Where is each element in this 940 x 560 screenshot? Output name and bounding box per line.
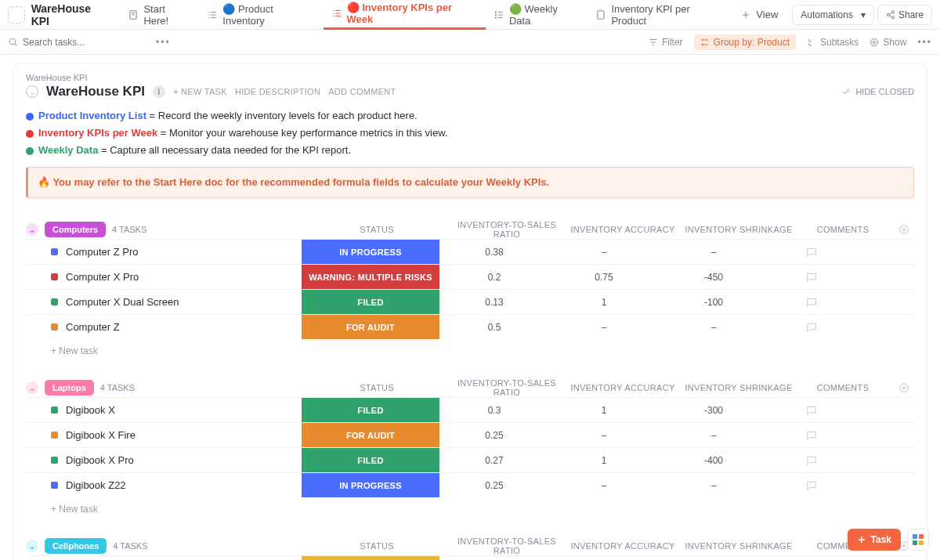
info-icon[interactable]: i: [153, 85, 165, 98]
group-by-button[interactable]: Group by: Product: [694, 34, 796, 50]
tab-1[interactable]: 🔵 Product Inventory: [199, 0, 323, 30]
shrinkage-cell[interactable]: –: [659, 247, 768, 258]
table-row[interactable]: Computer ZFOR AUDIT0.5––: [26, 314, 914, 339]
shrinkage-cell[interactable]: –: [659, 322, 768, 333]
tab-label: Inventory KPI per Product: [611, 3, 725, 27]
add-column-button[interactable]: [892, 382, 916, 393]
status-cell[interactable]: WARNING: MULTIPLE RISKS: [302, 265, 439, 289]
status-square-icon: [51, 482, 58, 489]
table-row[interactable]: Digibook X FireFOR AUDIT0.25––: [26, 422, 914, 447]
col-accuracy: INVENTORY ACCURACY: [568, 541, 678, 551]
group-label[interactable]: Laptops: [45, 380, 94, 396]
accuracy-cell[interactable]: –: [549, 430, 659, 441]
status-square-icon: [51, 298, 58, 305]
accuracy-cell[interactable]: 0.75: [549, 272, 659, 283]
table-row[interactable]: Digibook Z22IN PROGRESS0.25––: [26, 472, 914, 497]
hide-description-button[interactable]: HIDE DESCRIPTION: [235, 87, 320, 96]
show-button[interactable]: Show: [870, 37, 906, 48]
task-name: Computer X Dual Screen: [66, 296, 179, 308]
workspace-icon[interactable]: [8, 6, 25, 23]
ratio-cell[interactable]: 0.2: [439, 272, 549, 283]
ratio-cell[interactable]: 0.27: [439, 455, 549, 466]
page-scroll[interactable]: WareHouse KPI ⌄ WareHouse KPI i + NEW TA…: [0, 55, 940, 560]
ratio-cell[interactable]: 0.38: [439, 247, 549, 258]
new-task-row[interactable]: + New task: [26, 339, 914, 356]
comment-button[interactable]: [768, 246, 855, 258]
filter-button[interactable]: Filter: [649, 37, 683, 48]
ratio-cell[interactable]: 0.25: [439, 430, 549, 441]
table-row[interactable]: Computer X Dual ScreenFILED0.131-100: [26, 289, 914, 314]
status-cell[interactable]: FILED: [302, 448, 439, 472]
tab-2[interactable]: 🔴 Inventory KPIs per Week: [324, 0, 486, 30]
comment-button[interactable]: [768, 296, 855, 309]
col-status: STATUS: [308, 541, 446, 551]
shrinkage-cell[interactable]: -450: [659, 272, 768, 283]
group-label[interactable]: Computers: [45, 222, 106, 237]
tab-3[interactable]: 🟢 Weekly Data: [486, 0, 588, 30]
inventory-kpis-link[interactable]: Inventory KPIs per Week: [38, 127, 157, 139]
task-fab-button[interactable]: Task: [848, 529, 901, 551]
new-task-row[interactable]: + New task: [26, 497, 914, 515]
status-cell[interactable]: FOR VALIDATION: [302, 556, 439, 560]
table-row[interactable]: Digibook XFILED0.31-300: [26, 397, 914, 422]
ratio-cell[interactable]: 0.13: [439, 297, 549, 308]
more-button[interactable]: •••: [156, 37, 171, 48]
table-row[interactable]: Computer Z ProIN PROGRESS0.38––: [26, 239, 914, 264]
collapse-toggle[interactable]: ⌄: [26, 85, 38, 98]
comment-button[interactable]: [768, 429, 855, 442]
hide-closed-button[interactable]: HIDE CLOSED: [841, 87, 914, 96]
table-row[interactable]: Digibook X ProFILED0.271-400: [26, 447, 914, 472]
accuracy-cell[interactable]: –: [549, 247, 659, 258]
share-button[interactable]: Share: [877, 5, 932, 25]
status-cell[interactable]: IN PROGRESS: [302, 473, 439, 497]
shrinkage-cell[interactable]: -300: [659, 405, 768, 416]
breadcrumb[interactable]: WareHouse KPI: [26, 73, 914, 82]
comment-button[interactable]: [768, 271, 855, 284]
table-row[interactable]: Computer X ProWARNING: MULTIPLE RISKS0.2…: [26, 264, 914, 289]
tab-0[interactable]: Start Here!: [120, 0, 199, 30]
add-column-button[interactable]: [892, 224, 916, 235]
group-toggle[interactable]: ⌄: [26, 223, 38, 236]
comment-button[interactable]: [768, 404, 855, 417]
shrinkage-cell[interactable]: –: [659, 430, 768, 441]
accuracy-cell[interactable]: 1: [549, 455, 659, 466]
accuracy-cell[interactable]: –: [549, 480, 659, 491]
status-cell[interactable]: FOR AUDIT: [302, 423, 439, 447]
svg-point-3: [495, 16, 496, 17]
status-cell[interactable]: FOR AUDIT: [302, 315, 439, 339]
blue-dot-icon: [26, 113, 34, 121]
ratio-cell[interactable]: 0.3: [439, 405, 549, 416]
table-row[interactable]: Null ProFOR VALIDATION0.331-500: [26, 555, 914, 560]
product-inventory-link[interactable]: Product Inventory List: [38, 110, 146, 121]
top-nav: WareHouse KPI Start Here!🔵 Product Inven…: [0, 0, 940, 30]
status-cell[interactable]: FILED: [302, 398, 439, 422]
automations-button[interactable]: Automations ▾: [792, 5, 874, 25]
overflow-button[interactable]: •••: [917, 37, 932, 48]
svg-rect-4: [598, 10, 604, 19]
shrinkage-cell[interactable]: -100: [659, 297, 768, 308]
group-toggle[interactable]: ⌄: [26, 381, 38, 394]
status-cell[interactable]: FILED: [302, 290, 439, 314]
status-cell[interactable]: IN PROGRESS: [302, 240, 439, 264]
weekly-data-link[interactable]: Weekly Data: [38, 144, 98, 156]
group-label[interactable]: Cellphones: [45, 538, 107, 554]
accuracy-cell[interactable]: 1: [549, 405, 659, 416]
group-toggle[interactable]: ⌄: [26, 540, 38, 552]
new-task-button[interactable]: + NEW TASK: [173, 87, 227, 96]
shrinkage-cell[interactable]: -400: [659, 455, 768, 466]
ratio-cell[interactable]: 0.5: [439, 322, 549, 333]
subtasks-button[interactable]: Subtasks: [807, 37, 859, 48]
shrinkage-cell[interactable]: –: [659, 480, 768, 491]
accuracy-cell[interactable]: 1: [549, 297, 659, 308]
apps-button[interactable]: [907, 529, 929, 551]
comment-button[interactable]: [768, 321, 855, 334]
ratio-cell[interactable]: 0.25: [439, 480, 549, 491]
comment-button[interactable]: [768, 479, 855, 492]
tab-4[interactable]: Inventory KPI per Product: [588, 0, 732, 30]
add-comment-button[interactable]: ADD COMMENT: [328, 87, 396, 96]
search-input[interactable]: [23, 37, 117, 48]
accuracy-cell[interactable]: –: [549, 322, 659, 333]
comment-button[interactable]: [768, 454, 855, 467]
tab-5[interactable]: View: [732, 0, 786, 30]
col-comments: COMMENTS: [800, 383, 886, 392]
